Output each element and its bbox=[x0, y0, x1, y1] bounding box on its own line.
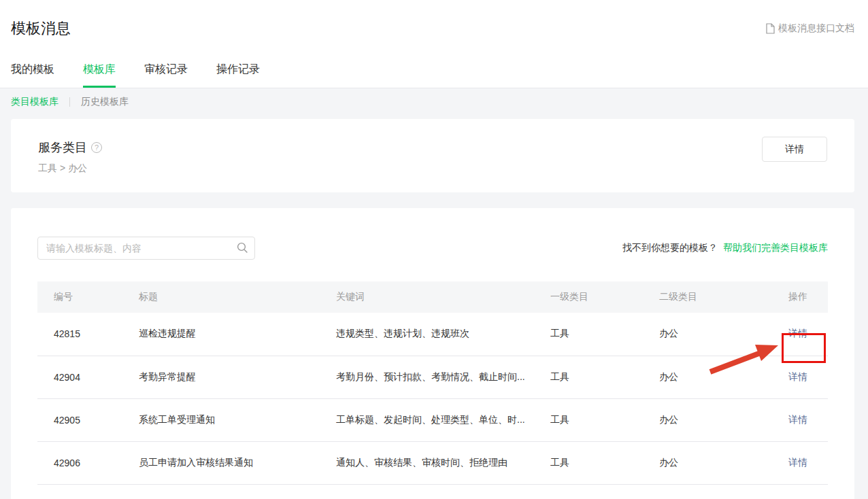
row-action-link[interactable]: 详情 bbox=[788, 371, 807, 382]
page-header: 模板消息 模板消息接口文档 我的模板 模板库 审核记录 操作记录 bbox=[0, 0, 868, 88]
cell-id: 42905 bbox=[37, 398, 122, 441]
header-cat2: 二级类目 bbox=[643, 281, 749, 313]
cell-cat1: 工具 bbox=[534, 313, 643, 356]
tab-my-templates[interactable]: 我的模板 bbox=[11, 63, 54, 88]
toolbar-hint: 找不到你想要的模板？ 帮助我们完善类目模板库 bbox=[622, 242, 828, 254]
hint-question: 找不到你想要的模板？ bbox=[622, 242, 718, 253]
document-icon bbox=[766, 23, 775, 34]
table-row: 42815 巡检违规提醒 违规类型、违规计划、违规班次 工具 办公 详情 bbox=[37, 313, 828, 356]
cell-title: 员工申请加入审核结果通知 bbox=[122, 441, 320, 484]
header-id: 编号 bbox=[37, 281, 122, 313]
cell-title: 考勤异常提醒 bbox=[122, 356, 320, 398]
cell-keywords: 违规类型、违规计划、违规班次 bbox=[320, 313, 534, 356]
table-row: 42905 系统工单受理通知 工单标题、发起时间、处理类型、单位、时... 工具… bbox=[37, 398, 828, 441]
tab-operation-records[interactable]: 操作记录 bbox=[216, 63, 260, 88]
cell-keywords: 工单标题、发起时间、处理类型、单位、时... bbox=[320, 398, 534, 441]
tab-template-library[interactable]: 模板库 bbox=[83, 63, 116, 88]
row-action-link[interactable]: 详情 bbox=[788, 457, 807, 468]
search-box bbox=[37, 237, 255, 260]
subtab-divider bbox=[69, 97, 70, 107]
doc-link[interactable]: 模板消息接口文档 bbox=[766, 22, 854, 35]
table-row: 42904 考勤异常提醒 考勤月份、预计扣款、考勤情况、截止时间... 工具 办… bbox=[37, 356, 828, 398]
template-library-card: 找不到你想要的模板？ 帮助我们完善类目模板库 编号 标题 关键词 一级类目 二级… bbox=[11, 208, 854, 499]
header-keywords: 关键词 bbox=[320, 281, 534, 313]
cell-action: 详情 bbox=[749, 313, 828, 356]
page-title: 模板消息 bbox=[11, 18, 71, 39]
header-title: 标题 bbox=[122, 281, 320, 313]
cell-cat2: 办公 bbox=[643, 441, 749, 484]
cell-title: 系统工单受理通知 bbox=[122, 398, 320, 441]
cell-action: 详情 bbox=[749, 356, 828, 398]
doc-link-label: 模板消息接口文档 bbox=[778, 22, 854, 35]
row-action-link[interactable]: 详情 bbox=[788, 414, 807, 425]
subtab-history-library[interactable]: 历史模板库 bbox=[81, 96, 129, 108]
search-input[interactable] bbox=[37, 237, 255, 260]
table-header-row: 编号 标题 关键词 一级类目 二级类目 操作 bbox=[37, 281, 828, 313]
cell-cat2: 办公 bbox=[643, 313, 749, 356]
cell-cat1: 工具 bbox=[534, 398, 643, 441]
help-icon[interactable]: ? bbox=[91, 142, 102, 153]
cell-cat2: 办公 bbox=[643, 356, 749, 398]
cell-action: 详情 bbox=[749, 398, 828, 441]
search-icon[interactable] bbox=[237, 242, 248, 256]
subtab-category-library[interactable]: 类目模板库 bbox=[11, 96, 59, 108]
cell-id: 42815 bbox=[37, 313, 122, 356]
service-category-title: 服务类目 bbox=[38, 139, 87, 156]
main-tabs: 我的模板 模板库 审核记录 操作记录 bbox=[11, 63, 288, 88]
category-detail-button[interactable]: 详情 bbox=[762, 137, 827, 162]
template-table: 编号 标题 关键词 一级类目 二级类目 操作 42815 巡检违规提醒 违规类型… bbox=[37, 281, 828, 485]
cell-cat1: 工具 bbox=[534, 441, 643, 484]
cell-keywords: 通知人、审核结果、审核时间、拒绝理由 bbox=[320, 441, 534, 484]
template-table-body: 42815 巡检违规提醒 违规类型、违规计划、违规班次 工具 办公 详情 429… bbox=[37, 313, 828, 484]
header-cat1: 一级类目 bbox=[534, 281, 643, 313]
category-path: 工具 > 办公 bbox=[38, 162, 854, 175]
library-subtabs: 类目模板库 历史模板库 bbox=[0, 88, 868, 108]
header-action: 操作 bbox=[749, 281, 828, 313]
cell-cat1: 工具 bbox=[534, 356, 643, 398]
row-action-link[interactable]: 详情 bbox=[788, 328, 807, 339]
cell-title: 巡检违规提醒 bbox=[122, 313, 320, 356]
cell-id: 42904 bbox=[37, 356, 122, 398]
cell-id: 42906 bbox=[37, 441, 122, 484]
cell-action: 详情 bbox=[749, 441, 828, 484]
table-row: 42906 员工申请加入审核结果通知 通知人、审核结果、审核时间、拒绝理由 工具… bbox=[37, 441, 828, 484]
service-category-card: 服务类目 ? 工具 > 办公 详情 bbox=[11, 119, 854, 192]
cell-keywords: 考勤月份、预计扣款、考勤情况、截止时间... bbox=[320, 356, 534, 398]
cell-cat2: 办公 bbox=[643, 398, 749, 441]
tab-review-records[interactable]: 审核记录 bbox=[144, 63, 188, 88]
improve-library-link[interactable]: 帮助我们完善类目模板库 bbox=[723, 242, 828, 253]
